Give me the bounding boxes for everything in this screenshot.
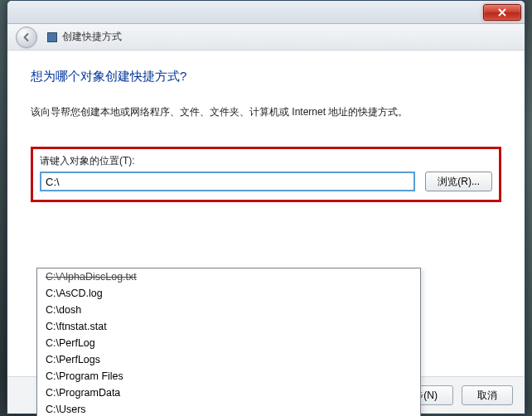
highlight-annotation: 请键入对象的位置(T): 浏览(R)...	[31, 147, 501, 202]
dropdown-item[interactable]: C:\PerfLogs	[37, 351, 420, 368]
shortcut-icon	[47, 32, 57, 42]
location-input[interactable]	[40, 172, 415, 191]
close-icon	[498, 8, 506, 17]
input-row: 浏览(R)...	[40, 172, 492, 191]
page-heading: 想为哪个对象创建快捷方式?	[31, 69, 501, 85]
autocomplete-dropdown[interactable]: C:\AlphaDiscLog.txt C:\AsCD.log C:\dosh …	[36, 268, 421, 416]
back-button[interactable]	[16, 27, 37, 48]
browse-button[interactable]: 浏览(R)...	[425, 172, 492, 191]
dropdown-item[interactable]: C:\dosh	[37, 302, 420, 318]
titlebar	[7, 1, 525, 24]
close-button[interactable]	[483, 4, 521, 21]
dropdown-item[interactable]: C:\AlphaDiscLog.txt	[37, 268, 420, 285]
nav-title: 创建快捷方式	[62, 30, 122, 44]
location-label: 请键入对象的位置(T):	[40, 154, 492, 168]
dropdown-item[interactable]: C:\ftnstat.stat	[37, 318, 420, 335]
nav-strip: 创建快捷方式	[7, 24, 525, 51]
cancel-button[interactable]: 取消	[462, 385, 513, 405]
content-area: 想为哪个对象创建快捷方式? 该向导帮您创建本地或网络程序、文件、文件夹、计算机或…	[7, 51, 525, 376]
arrow-left-icon	[22, 32, 31, 42]
dropdown-item[interactable]: C:\Users	[37, 401, 420, 416]
dropdown-item[interactable]: C:\Program Files	[37, 368, 420, 385]
dropdown-item[interactable]: C:\PerfLog	[37, 335, 420, 351]
wizard-window: 创建快捷方式 想为哪个对象创建快捷方式? 该向导帮您创建本地或网络程序、文件、文…	[7, 0, 525, 414]
page-description: 该向导帮您创建本地或网络程序、文件、文件夹、计算机或 Internet 地址的快…	[31, 104, 501, 120]
nav-title-group: 创建快捷方式	[47, 30, 122, 44]
dropdown-item[interactable]: C:\AsCD.log	[37, 285, 420, 302]
dropdown-item[interactable]: C:\ProgramData	[37, 385, 420, 401]
